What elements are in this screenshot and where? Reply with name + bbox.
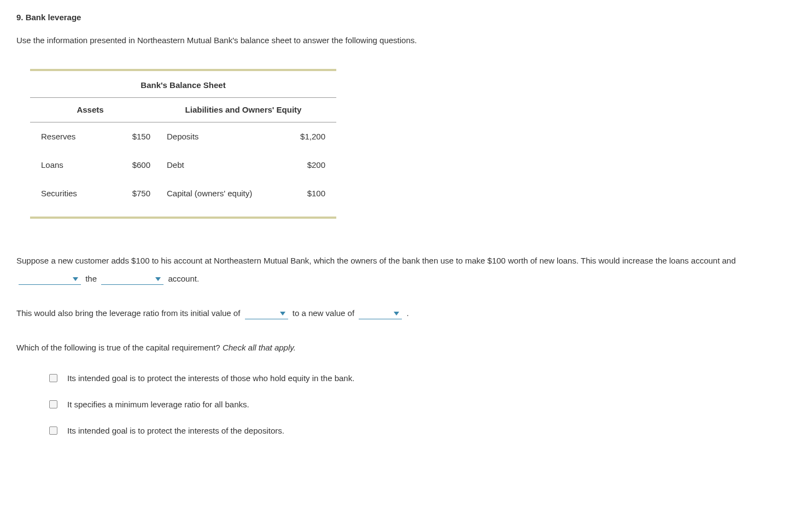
svg-marker-2 [280,312,285,315]
intro-text: Use the information presented in Northea… [16,34,796,47]
q3-prompt-text: Which of the following is true of the ca… [16,343,223,352]
dropdown-new-leverage[interactable] [359,307,402,319]
liability-label: Debt [167,159,287,172]
header-liabilities: Liabilities and Owners' Equity [150,103,336,116]
liability-label: Deposits [167,130,287,143]
liability-value: $100 [287,187,336,200]
question-1: Suppose a new customer adds $100 to his … [16,252,796,288]
q3-prompt-italic: Check all that apply. [223,343,296,352]
question-3-prompt: Which of the following is true of the ca… [16,338,796,356]
q1-text-pre: Suppose a new customer adds $100 to his … [16,256,736,265]
asset-value: $150 [101,130,167,143]
checkbox-label: Its intended goal is to protect the inte… [67,424,284,437]
checkbox-input[interactable] [49,400,57,408]
q1-text-mid1: the [85,274,99,283]
dropdown-account-name[interactable] [101,273,163,285]
checkbox-option: It specifies a minimum leverage ratio fo… [49,398,796,411]
checkbox-input[interactable] [49,426,57,435]
liability-label: Capital (owners' equity) [167,187,287,200]
dropdown-change-direction[interactable] [19,273,81,285]
chevron-down-icon [155,277,161,282]
q1-text-mid2: account. [168,274,199,283]
chevron-down-icon [393,311,400,317]
q2-text-mid: to a new value of [293,308,357,318]
liability-value: $200 [287,159,336,172]
asset-value: $600 [101,159,167,172]
header-assets: Assets [30,103,150,116]
balance-sheet-title: Bank's Balance Sheet [30,71,336,98]
svg-marker-0 [73,277,78,281]
balance-sheet-table: Bank's Balance Sheet Assets Liabilities … [30,69,336,219]
checkbox-option: Its intended goal is to protect the inte… [49,424,796,437]
q2-text-pre: This would also bring the leverage ratio… [16,308,243,318]
liability-value: $1,200 [287,130,336,143]
table-bottom-border [30,217,336,219]
checkbox-option: Its intended goal is to protect the inte… [49,372,796,385]
svg-marker-1 [155,277,161,281]
asset-label: Loans [30,159,101,172]
checkbox-label: Its intended goal is to protect the inte… [67,372,354,385]
table-row: Loans $600 Debt $200 [30,151,336,179]
table-row: Reserves $150 Deposits $1,200 [30,122,336,151]
checkbox-list: Its intended goal is to protect the inte… [49,372,796,437]
checkbox-label: It specifies a minimum leverage ratio fo… [67,398,249,411]
chevron-down-icon [72,277,79,282]
asset-value: $750 [101,187,167,200]
chevron-down-icon [279,311,286,317]
table-row: Securities $750 Capital (owners' equity)… [30,179,336,208]
asset-label: Securities [30,187,101,200]
svg-marker-3 [394,312,399,315]
dropdown-initial-leverage[interactable] [245,307,288,319]
asset-label: Reserves [30,130,101,143]
section-title: 9. Bank leverage [16,11,796,24]
q2-text-post: . [406,308,408,318]
balance-sheet-header-row: Assets Liabilities and Owners' Equity [30,98,336,122]
question-2: This would also bring the leverage ratio… [16,304,796,322]
checkbox-input[interactable] [49,374,57,382]
